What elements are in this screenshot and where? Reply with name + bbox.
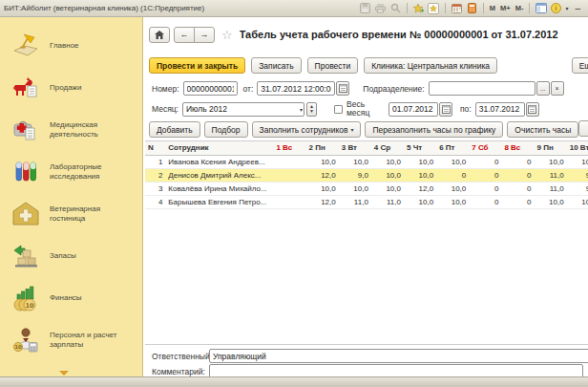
date-input[interactable]: [257, 81, 335, 96]
hours-cell[interactable]: [273, 195, 305, 208]
preview-icon[interactable]: [389, 2, 402, 14]
sidebar-item-finance[interactable]: 10 Финансы: [0, 277, 142, 319]
sidebar-scroll-down-icon[interactable]: [59, 371, 69, 376]
info-icon[interactable]: i: [550, 2, 562, 14]
column-header[interactable]: 8 Вс: [501, 141, 534, 155]
employee-cell[interactable]: Барышева Евгения Петро...: [165, 195, 273, 208]
hours-cell[interactable]: 9,0: [567, 182, 588, 195]
hours-cell[interactable]: 10,0: [306, 155, 339, 168]
number-input[interactable]: [183, 81, 238, 96]
memory-m-plus-button[interactable]: M+: [499, 4, 512, 12]
table-row[interactable]: 4Барышева Евгения Петро...12,011,011,010…: [145, 195, 588, 208]
column-header[interactable]: 5 Чт: [404, 141, 436, 155]
hours-cell[interactable]: 10,0: [339, 182, 371, 195]
employee-cell[interactable]: Ковалёва Ирина Михайло...: [165, 182, 273, 195]
calculator-icon[interactable]: [466, 2, 478, 14]
hours-cell[interactable]: 10,0: [404, 155, 436, 168]
table-more-button[interactable]: [578, 120, 588, 137]
calendar-picker-icon[interactable]: [439, 102, 452, 117]
hours-cell[interactable]: 11,0: [535, 182, 567, 195]
hours-cell[interactable]: 11,0: [535, 168, 567, 182]
hours-cell[interactable]: 0: [469, 182, 501, 195]
calendar-picker-icon[interactable]: [526, 102, 539, 117]
whole-month-checkbox[interactable]: [334, 105, 343, 114]
column-header[interactable]: 1 Вс: [273, 141, 305, 155]
hours-cell[interactable]: 12,0: [306, 195, 339, 208]
minimize-button[interactable]: –: [571, 3, 584, 13]
hours-cell[interactable]: 0: [501, 195, 534, 208]
hours-cell[interactable]: [273, 168, 305, 182]
department-input[interactable]: [429, 81, 536, 96]
sidebar-item-medical[interactable]: Медицинская деятельность: [0, 109, 142, 151]
table-row[interactable]: 1Иванова Ксения Андреев...10,010,010,010…: [145, 155, 588, 168]
hours-cell[interactable]: 12,0: [404, 182, 436, 195]
hours-cell[interactable]: 9,0: [567, 168, 588, 182]
hours-cell[interactable]: 10,0: [567, 195, 588, 208]
hours-cell[interactable]: 10,0: [436, 155, 469, 168]
write-button[interactable]: Записать: [251, 57, 301, 74]
month-dropdown-icon[interactable]: ▾: [300, 106, 303, 113]
department-select-button[interactable]: ...: [536, 81, 550, 96]
hours-cell[interactable]: 10,0: [371, 182, 404, 195]
add-favorite-icon[interactable]: [412, 2, 425, 14]
sidebar-item-pet-hotel[interactable]: Ветеринарная гостиница: [0, 193, 142, 235]
favorite-star-icon[interactable]: ☆: [221, 28, 233, 42]
info-dropdown-icon[interactable]: ▾: [565, 5, 568, 11]
column-header[interactable]: 4 Ср: [371, 141, 404, 155]
sidebar-item-payroll[interactable]: 10 Персонал и расчет зарплаты: [0, 319, 142, 361]
column-header[interactable]: 7 Сб: [469, 141, 501, 155]
more-button[interactable]: Еще▾: [572, 57, 588, 74]
memory-m-minus-button[interactable]: M-: [514, 4, 525, 12]
table-row[interactable]: 2Денисов Дмитрий Алекс...12,09,010,010,0…: [145, 168, 588, 182]
column-header[interactable]: N: [145, 141, 165, 155]
fill-employees-button[interactable]: Заполнить сотрудников▾: [252, 121, 362, 138]
column-header[interactable]: Сотрудник: [165, 141, 273, 155]
sidebar-item-sales[interactable]: Продажи: [0, 67, 142, 109]
column-header[interactable]: 9 Пн: [535, 141, 567, 155]
column-header[interactable]: 2 Пн: [306, 141, 339, 155]
post-button[interactable]: Провести: [307, 57, 359, 74]
hours-cell[interactable]: 10,0: [306, 182, 339, 195]
hours-cell[interactable]: 10,0: [535, 155, 567, 168]
month-spinner[interactable]: ▲▼: [306, 102, 317, 117]
hours-cell[interactable]: 0: [436, 168, 469, 182]
hours-cell[interactable]: 10,0: [436, 182, 469, 195]
hours-cell[interactable]: 10,0: [371, 155, 404, 168]
column-header[interactable]: 10 Вт: [567, 141, 588, 155]
responsible-input[interactable]: [209, 349, 588, 363]
hours-cell[interactable]: 10,0: [339, 155, 371, 168]
refill-hours-button[interactable]: Перезаполнить часы по графику: [365, 121, 503, 138]
month-input[interactable]: [182, 102, 304, 117]
home-button[interactable]: [149, 27, 170, 43]
hours-cell[interactable]: 9,0: [339, 168, 371, 182]
hours-cell[interactable]: 11,0: [339, 195, 371, 208]
hours-cell[interactable]: 10,0: [567, 155, 588, 168]
hours-cell[interactable]: 10,0: [404, 168, 436, 182]
print-icon[interactable]: [374, 2, 387, 14]
windows-panel-icon[interactable]: [535, 2, 547, 14]
hours-cell[interactable]: 0: [469, 195, 501, 208]
sidebar-item-stock[interactable]: Запасы: [0, 235, 142, 277]
employee-cell[interactable]: Иванова Ксения Андреев...: [165, 155, 273, 168]
clinic-button[interactable]: Клиника: Центральная клиника: [364, 57, 497, 74]
sidebar-item-laboratory[interactable]: Лабораторные исследования: [0, 151, 142, 193]
sidebar-item-main[interactable]: Главное: [0, 25, 142, 67]
memory-m-button[interactable]: M: [489, 4, 496, 12]
hours-cell[interactable]: 0: [501, 182, 534, 195]
hours-cell[interactable]: 0: [501, 155, 534, 168]
calendar-icon[interactable]: [451, 2, 463, 14]
hours-cell[interactable]: 10,0: [436, 195, 469, 208]
forward-button[interactable]: →: [194, 27, 215, 43]
employee-cell[interactable]: Денисов Дмитрий Алекс...: [165, 168, 273, 182]
save-icon[interactable]: [359, 2, 371, 14]
favorites-icon[interactable]: [428, 2, 440, 14]
hours-cell[interactable]: 0: [501, 168, 534, 182]
post-and-close-button[interactable]: Провести и закрыть: [149, 57, 245, 74]
hours-cell[interactable]: 10,0: [535, 195, 567, 208]
hours-cell[interactable]: [273, 182, 305, 195]
hours-cell[interactable]: 0: [469, 168, 501, 182]
period-from-input[interactable]: [388, 102, 438, 117]
column-header[interactable]: 6 Пт: [436, 141, 469, 155]
hours-cell[interactable]: 10,0: [371, 168, 404, 182]
hours-cell[interactable]: 0: [469, 155, 501, 168]
